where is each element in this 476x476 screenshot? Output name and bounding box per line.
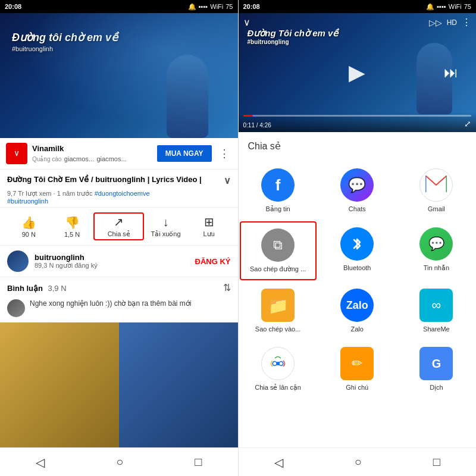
folder-icon: 📁	[261, 289, 295, 322]
share-item-translate[interactable]: G Dịch	[397, 340, 476, 399]
copy-label: Sao chép đường ...	[250, 265, 306, 273]
share-panel: Chia sẻ f Bảng tin 💬 Chats	[239, 132, 477, 447]
share-icon: ↗	[114, 215, 124, 229]
chevron-down-icon[interactable]: ∨	[224, 174, 231, 187]
notes-icon: ✏	[340, 347, 374, 380]
nav-bar-left: ◁ ○ □	[0, 447, 238, 476]
home-nav-icon[interactable]: ○	[116, 455, 123, 469]
progress-bar[interactable]	[243, 115, 472, 117]
mini-top-controls: ∨ ▷▷ HD ⋮	[239, 17, 477, 28]
share-label: Chia sẻ	[108, 230, 130, 238]
save-button[interactable]: ⊞ Lưu	[187, 212, 231, 240]
nearby-icon	[261, 347, 295, 380]
video-title-text: Đường Tôi Chờ Em Về / buitruonglinh | Ly…	[7, 174, 202, 185]
back-nav-icon[interactable]: ◁	[36, 455, 45, 469]
video-thumbnail-left[interactable]: Đường tôi chờ em về #buitruonglinh	[0, 13, 238, 138]
svg-point-3	[276, 362, 280, 365]
signal-icon: ▪▪▪▪	[199, 3, 208, 10]
share-item-messenger[interactable]: 💬 Chats	[318, 161, 397, 220]
battery-right: 75	[464, 3, 471, 10]
home-nav-icon-right[interactable]: ○	[355, 455, 362, 469]
zalo-label: Zalo	[351, 325, 364, 333]
comments-title: Bình luận	[7, 284, 43, 293]
messenger-icon: 💬	[340, 168, 374, 202]
thumbs-up-icon: 👍	[21, 215, 36, 230]
comments-count: 3,9 N	[48, 284, 66, 293]
shareme-label: ShareMe	[423, 325, 450, 333]
save-icon: ⊞	[204, 215, 214, 229]
share-item-notes[interactable]: ✏ Ghi chú	[318, 340, 397, 399]
share-item-copy[interactable]: ⧉ Sao chép đường ...	[240, 221, 317, 280]
chats-label: Chats	[349, 205, 366, 212]
ad-brand-name: Vinamilk	[32, 144, 152, 153]
thumbnails-row	[0, 322, 238, 447]
recent-nav-icon-right[interactable]: □	[433, 455, 440, 469]
bluetooth-icon	[340, 227, 374, 261]
dislike-button[interactable]: 👎 1,5 N	[51, 213, 94, 240]
video-title-section: Đường Tôi Chờ Em Về / buitruonglinh | Ly…	[0, 170, 238, 208]
comment-text: Nghe xong nghiện luôn :)) chờ bạn ra thê…	[30, 299, 191, 308]
comments-sort-icon[interactable]: ⇅	[223, 282, 231, 293]
channel-avatar[interactable]	[7, 250, 29, 272]
subscribe-button[interactable]: ĐĂNG KÝ	[195, 257, 231, 266]
save-label: Lưu	[203, 230, 215, 238]
channel-name[interactable]: buitruonglinh	[35, 253, 189, 262]
share-item-folder[interactable]: 📁 Sao chép vào...	[239, 281, 318, 340]
fullscreen-icon[interactable]: ⤢	[464, 119, 471, 129]
like-button[interactable]: 👍 90 N	[7, 213, 51, 240]
share-item-nearby[interactable]: Chia sẻ lân cận	[239, 340, 318, 399]
progress-fill	[243, 115, 253, 117]
share-title: Chia sẻ	[239, 132, 477, 156]
facebook-icon: f	[261, 168, 295, 202]
translate-label: Dịch	[430, 384, 443, 392]
right-panel: 20:08 🔔 ▪▪▪▪ WiFi 75 ∨ ▷▷ HD ⋮ Đường Tôi…	[239, 0, 477, 476]
ad-logo: V	[6, 143, 27, 164]
share-item-bluetooth[interactable]: Bluetooth	[318, 220, 397, 281]
time-display: 0:11 / 4:26	[243, 122, 271, 129]
commenter-avatar	[7, 299, 25, 317]
battery-left: 75	[226, 3, 233, 10]
mini-cast-icon[interactable]: ▷▷	[429, 18, 442, 27]
shareme-icon: ∞	[419, 289, 453, 322]
video-mini-player[interactable]: ∨ ▷▷ HD ⋮ Đường Tôi chờ em về #buitruong…	[239, 13, 477, 132]
wifi-icon: WiFi	[210, 3, 223, 10]
related-thumb-1[interactable]	[0, 322, 119, 447]
download-button[interactable]: ↓ Tải xuống	[144, 213, 187, 240]
dislike-count: 1,5 N	[64, 231, 80, 238]
sms-icon: 💬	[419, 227, 453, 261]
share-grid: f Bảng tin 💬 Chats Gmail	[239, 156, 477, 403]
share-item-facebook[interactable]: f Bảng tin	[239, 161, 318, 220]
ad-more-button[interactable]: ⋮	[217, 147, 232, 160]
share-item-zalo[interactable]: Zalo Zalo	[318, 281, 397, 340]
recent-nav-icon[interactable]: □	[195, 455, 202, 469]
notification-icon: 🔔	[188, 3, 196, 11]
mini-play-overlay-icon[interactable]: ▶	[349, 60, 365, 85]
channel-subs: 89,3 N người đăng ký	[35, 262, 189, 270]
mini-collapse-icon[interactable]: ∨	[243, 17, 250, 28]
mini-quality-icon[interactable]: HD	[447, 18, 457, 27]
notes-label: Ghi chú	[346, 384, 368, 391]
status-icons-left: 🔔 ▪▪▪▪ WiFi 75	[188, 3, 233, 11]
share-item-shareme[interactable]: ∞ ShareMe	[397, 281, 476, 340]
wifi-icon-right: WiFi	[449, 3, 462, 10]
status-bar-right: 20:08 🔔 ▪▪▪▪ WiFi 75	[239, 0, 477, 13]
ad-username: giacmos...	[64, 155, 94, 162]
ad-banner: V Vinamilk Quảng cáo giacmos... giacmos.…	[0, 138, 238, 170]
copy-link-icon: ⧉	[261, 228, 295, 262]
mini-more-icon[interactable]: ⋮	[462, 17, 471, 28]
mini-overlay-text: Đường Tôi chờ em về #buitruongling	[248, 28, 339, 45]
comment-row: Nghe xong nghiện luôn :)) chờ bạn ra thê…	[7, 299, 231, 317]
share-item-gmail[interactable]: Gmail	[397, 161, 476, 220]
share-item-sms[interactable]: 💬 Tin nhắn	[397, 220, 476, 281]
mini-skip-forward-icon[interactable]: ⏭	[444, 64, 458, 81]
related-thumb-2[interactable]	[119, 322, 238, 447]
ad-username2: giacmos...	[96, 155, 126, 162]
left-panel: 20:08 🔔 ▪▪▪▪ WiFi 75 Đường tôi chờ em về…	[0, 0, 238, 476]
video-meta: 9,7 Tr lượt xem · 1 năm trước #duongtoic…	[7, 190, 231, 205]
status-bar-left: 20:08 🔔 ▪▪▪▪ WiFi 75	[0, 0, 238, 13]
channel-info: buitruonglinh 89,3 N người đăng ký	[35, 253, 189, 270]
share-button[interactable]: ↗ Chia sẻ	[93, 212, 144, 240]
back-nav-icon-right[interactable]: ◁	[274, 455, 283, 469]
buy-now-button[interactable]: MUA NGAY	[157, 145, 212, 162]
nearby-label: Chia sẻ lân cận	[255, 384, 301, 392]
